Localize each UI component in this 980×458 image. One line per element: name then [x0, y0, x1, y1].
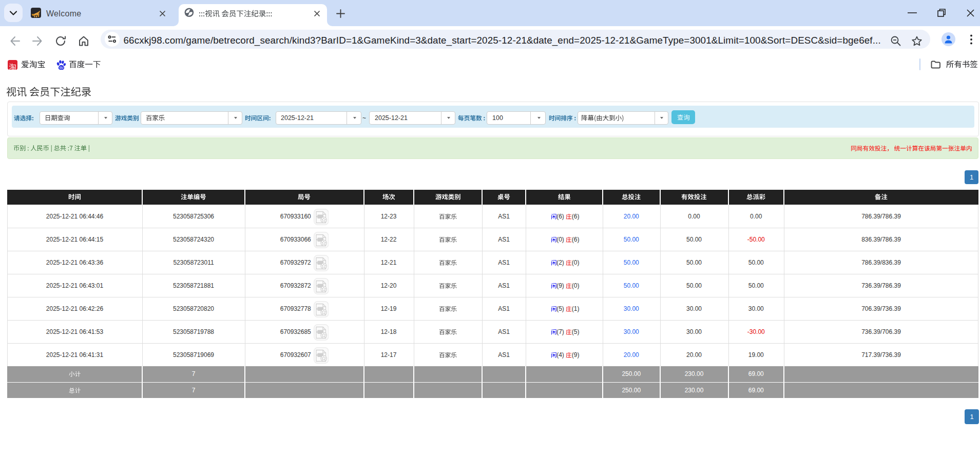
svg-text:du: du [60, 66, 64, 69]
